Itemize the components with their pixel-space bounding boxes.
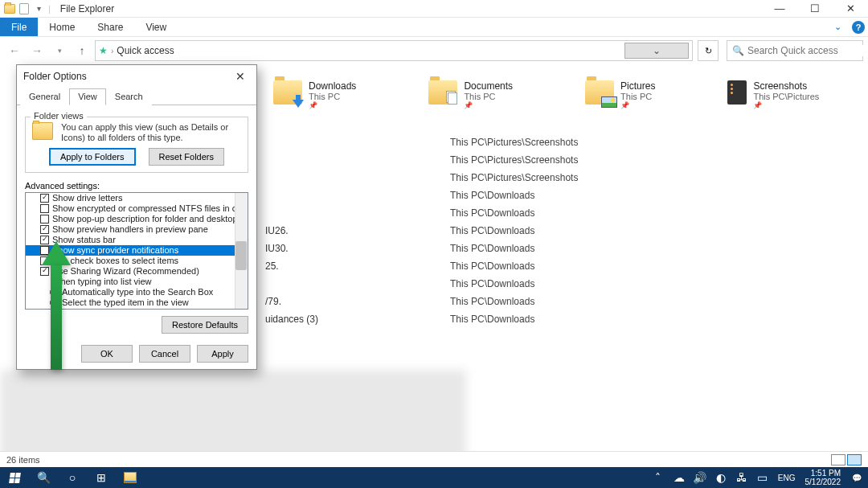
navigation-row: ← → ▾ ↑ ★ › Quick access ⌄ ↻ 🔍	[0, 37, 868, 64]
ribbon-expand-icon[interactable]: ⌄	[826, 18, 849, 36]
breadcrumb[interactable]: Quick access	[117, 45, 174, 56]
file-location: This PC\Downloads	[450, 190, 534, 201]
folder-views-text: You can apply this view (such as Details…	[61, 122, 241, 143]
tab-general[interactable]: General	[20, 88, 69, 105]
checkbox[interactable]	[40, 225, 49, 234]
tab-share[interactable]: Share	[86, 18, 134, 36]
folder-tile[interactable]: PicturesThis PC📌	[585, 80, 655, 109]
advanced-setting-item[interactable]: Show pop-up description for folder and d…	[26, 214, 248, 224]
checkbox[interactable]	[40, 204, 49, 213]
taskbar-search-icon[interactable]: 🔍	[29, 467, 58, 488]
search-box[interactable]: 🔍	[727, 40, 863, 61]
setting-label: Use Sharing Wizard (Recommended)	[52, 266, 199, 277]
advanced-setting-item[interactable]: Show drive letters	[26, 193, 248, 203]
sync-icon[interactable]: ◐	[710, 467, 731, 488]
start-button[interactable]	[0, 467, 29, 488]
file-location: This PC\Downloads	[450, 207, 534, 219]
qat-overflow-icon[interactable]: ▾	[32, 2, 45, 15]
file-explorer-taskbar-icon[interactable]	[116, 467, 145, 488]
folder-location: This PC	[464, 92, 513, 101]
cortana-icon[interactable]: ○	[58, 467, 87, 488]
help-button[interactable]: ?	[849, 18, 868, 36]
apply-button[interactable]: Apply	[197, 345, 248, 363]
file-location: This PC\Downloads	[450, 225, 534, 236]
volume-icon[interactable]: 🔊	[690, 467, 710, 488]
recent-dropdown-icon[interactable]: ▾	[50, 41, 69, 60]
advanced-setting-item[interactable]: Show preview handlers in preview pane	[26, 224, 248, 235]
task-view-icon[interactable]: ⊞	[87, 467, 116, 488]
ribbon: File Home Share View ⌄ ?	[0, 18, 868, 37]
search-input[interactable]	[747, 45, 868, 56]
close-button[interactable]: ✕	[833, 0, 868, 18]
setting-label: Automatically type into the Search Box	[62, 287, 213, 297]
tab-search[interactable]: Search	[106, 88, 152, 105]
file-location: This PC\Pictures\Screenshots	[450, 154, 578, 166]
minimize-button[interactable]: —	[762, 0, 797, 18]
folder-location: This PC	[620, 92, 655, 101]
back-button[interactable]: ←	[5, 41, 24, 60]
refresh-button[interactable]: ↻	[698, 40, 719, 61]
folder-tile[interactable]: DocumentsThis PC📌	[428, 80, 513, 109]
file-location: This PC\Pictures\Screenshots	[450, 172, 578, 183]
up-button[interactable]: ↑	[72, 41, 92, 60]
details-view-icon[interactable]	[831, 454, 845, 465]
cancel-button[interactable]: Cancel	[139, 345, 190, 363]
onedrive-icon[interactable]: ☁	[669, 467, 690, 488]
setting-label: Show encrypted or compressed NTFS files …	[52, 203, 248, 214]
folder-views-group: Folder views You can apply this view (su…	[25, 117, 248, 173]
language-indicator[interactable]: ENG	[773, 474, 800, 482]
folder-tile[interactable]: DownloadsThis PC📌	[273, 80, 356, 109]
address-dropdown-icon[interactable]: ⌄	[624, 43, 689, 59]
tab-view-dialog[interactable]: View	[69, 88, 106, 105]
taskbar: 🔍 ○ ⊞ ˄ ☁ 🔊 ◐ 🖧 ▭ ENG 1:51 PM 5/12/2022 …	[0, 467, 868, 488]
action-center-icon[interactable]: 💬	[845, 474, 868, 482]
search-icon: 🔍	[732, 45, 744, 56]
quick-access-star-icon: ★	[99, 45, 108, 56]
tray-chevron-up-icon[interactable]: ˄	[648, 467, 669, 488]
folder-tile[interactable]: ScreenshotsThis PC\Pictures📌	[727, 80, 819, 109]
advanced-setting-item[interactable]: Show encrypted or compressed NTFS files …	[26, 203, 248, 214]
window-title: File Explorer	[60, 3, 114, 14]
status-bar: 26 items	[0, 451, 868, 467]
network-icon[interactable]: 🖧	[731, 467, 752, 488]
tab-view[interactable]: View	[134, 18, 178, 36]
folder-location: This PC	[309, 92, 356, 101]
setting-label: Show pop-up description for folder and d…	[52, 214, 248, 224]
dialog-close-button[interactable]: ✕	[231, 68, 250, 84]
battery-icon[interactable]: ▭	[752, 467, 773, 488]
folder-views-icon	[32, 122, 55, 143]
file-tab[interactable]: File	[0, 18, 38, 36]
reset-folders-button[interactable]: Reset Folders	[149, 148, 224, 166]
restore-defaults-button[interactable]: Restore Defaults	[162, 316, 248, 334]
forward-button[interactable]: →	[27, 41, 47, 60]
apply-to-folders-button[interactable]: Apply to Folders	[49, 148, 135, 166]
setting-label: Show sync provider notifications	[52, 245, 178, 256]
tab-home[interactable]: Home	[38, 18, 86, 36]
pin-icon: 📌	[753, 101, 819, 109]
clock[interactable]: 1:51 PM 5/12/2022	[800, 469, 846, 486]
folder-icon	[428, 80, 457, 105]
setting-label: Select the typed item in the view	[62, 297, 189, 308]
item-count: 26 items	[6, 455, 40, 465]
ok-button[interactable]: OK	[81, 345, 133, 363]
chevron-right-icon[interactable]: ›	[111, 47, 113, 55]
checkbox[interactable]	[40, 194, 49, 203]
scrollbar-thumb[interactable]	[235, 241, 247, 270]
folder-icon	[585, 80, 614, 105]
time: 1:51 PM	[805, 469, 841, 478]
document-icon	[18, 2, 31, 15]
folder-location: This PC\Pictures	[753, 92, 819, 101]
dialog-title: Folder Options	[23, 71, 87, 82]
folder-name: Pictures	[620, 80, 655, 92]
pin-icon: 📌	[309, 101, 356, 109]
folder-name: Downloads	[309, 80, 356, 92]
checkbox[interactable]	[40, 215, 49, 223]
advanced-settings-label: Advanced settings:	[25, 181, 248, 191]
folder-views-legend: Folder views	[31, 111, 87, 121]
titlebar: ▾ | File Explorer — ☐ ✕	[0, 0, 868, 18]
address-bar[interactable]: ★ › Quick access ⌄	[95, 40, 693, 61]
large-icons-view-icon[interactable]	[847, 454, 862, 465]
file-location: This PC\Downloads	[450, 278, 534, 289]
date: 5/12/2022	[805, 478, 841, 486]
maximize-button[interactable]: ☐	[797, 0, 833, 18]
